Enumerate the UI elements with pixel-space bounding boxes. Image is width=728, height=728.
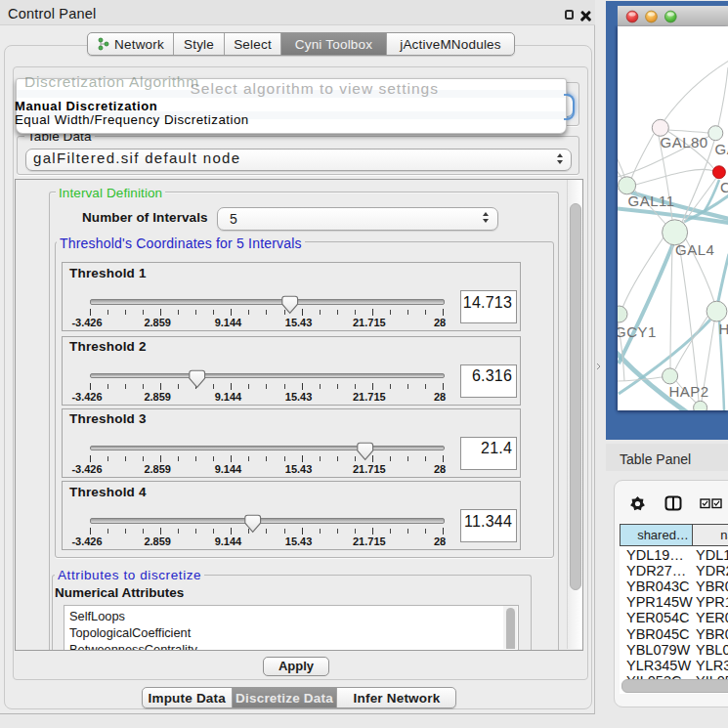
svg-text:CDC: CDC	[720, 179, 728, 195]
svg-text:GAL11: GAL11	[627, 193, 674, 209]
svg-text:GAL2: GAL2	[714, 141, 728, 157]
svg-text:GAL4: GAL4	[675, 241, 714, 258]
svg-text:GCY1: GCY1	[618, 323, 657, 340]
svg-text:HAP2: HAP2	[668, 383, 708, 400]
svg-text:GAL80: GAL80	[660, 134, 707, 150]
svg-text:HIS5: HIS5	[718, 321, 728, 337]
